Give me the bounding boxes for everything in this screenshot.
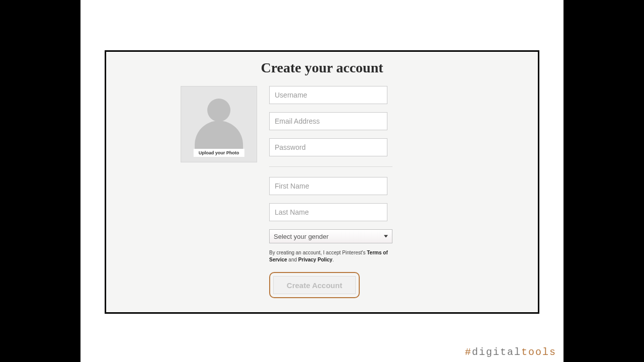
legal-text: By creating an account, I accept Pintere… bbox=[269, 249, 392, 263]
watermark-tools: tools bbox=[521, 346, 556, 358]
chevron-down-icon bbox=[384, 235, 388, 238]
watermark-hash: # bbox=[465, 346, 472, 358]
create-account-highlight: Create Account bbox=[269, 272, 360, 298]
section-divider bbox=[269, 166, 392, 167]
privacy-policy-link[interactable]: Privacy Policy bbox=[298, 257, 333, 262]
gender-select-value: Select your gender bbox=[274, 233, 329, 240]
legal-and: and bbox=[287, 257, 298, 262]
left-pillarbox bbox=[0, 0, 80, 362]
fields-column: Select your gender By creating an accoun… bbox=[269, 86, 387, 298]
upload-photo-button[interactable]: Upload your Photo bbox=[181, 86, 257, 162]
last-name-input[interactable] bbox=[269, 203, 387, 221]
photo-column: Upload your Photo bbox=[181, 86, 257, 298]
upload-photo-label: Upload your Photo bbox=[194, 149, 245, 157]
legal-prefix: By creating an account, I accept Pintere… bbox=[269, 250, 367, 255]
signup-frame: Create your account Upload your Photo bbox=[105, 50, 539, 314]
legal-suffix: . bbox=[333, 257, 334, 262]
main-canvas: Create your account Upload your Photo bbox=[80, 0, 564, 362]
watermark: #digitaltools bbox=[465, 346, 556, 358]
create-account-button[interactable]: Create Account bbox=[273, 276, 356, 294]
gender-select[interactable]: Select your gender bbox=[269, 229, 392, 243]
first-name-input[interactable] bbox=[269, 177, 387, 195]
watermark-digital: digital bbox=[472, 346, 521, 358]
signup-form: Upload your Photo Select your gender By … bbox=[181, 86, 472, 298]
password-input[interactable] bbox=[269, 138, 387, 156]
avatar-placeholder-icon bbox=[181, 90, 257, 151]
email-input[interactable] bbox=[269, 112, 387, 130]
username-input[interactable] bbox=[269, 86, 387, 104]
right-pillarbox bbox=[564, 0, 644, 362]
page-title: Create your account bbox=[106, 60, 538, 76]
